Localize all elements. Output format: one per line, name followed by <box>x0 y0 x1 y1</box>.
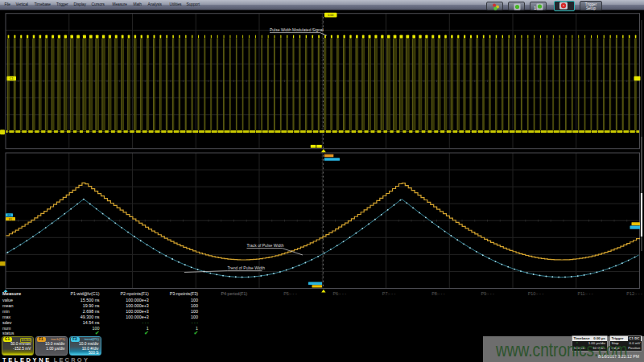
svg-text:Pulse Width Modulated Signal: Pulse Width Modulated Signal <box>270 27 324 32</box>
svg-text:Track of Pulse Width: Track of Pulse Width <box>247 243 284 248</box>
svg-text:0.00: 0.00 <box>328 14 333 17</box>
svg-text:1: 1 <box>534 6 537 10</box>
svg-text:Trend of Pulse Width: Trend of Pulse Width <box>228 265 266 270</box>
svg-text:F3: F3 <box>8 214 11 217</box>
svg-text:F1: F1 <box>9 218 12 221</box>
svg-text:C1: C1 <box>10 77 14 80</box>
